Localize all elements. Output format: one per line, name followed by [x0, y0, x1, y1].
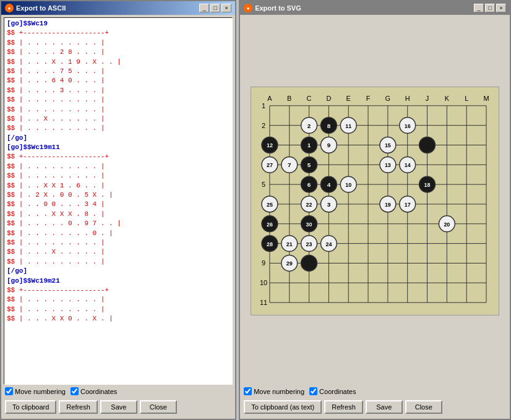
ascii-move-numbering-checkbox[interactable]: [5, 387, 13, 395]
svg-text:L: L: [465, 95, 468, 102]
ascii-window-title: Export to ASCII: [16, 4, 66, 12]
svg-close-button[interactable]: Close: [405, 400, 442, 414]
ascii-options-row: Move numbering Coordinates: [4, 385, 233, 398]
svg-text:25: 25: [267, 202, 273, 208]
go-board-container: ABCDEFGHJKLM1234567891011281116121915277…: [243, 17, 507, 385]
svg-text:E: E: [346, 95, 351, 102]
svg-text:1: 1: [307, 142, 311, 148]
ascii-close-button[interactable]: Close: [140, 400, 177, 414]
svg-move-numbering-checkbox[interactable]: [244, 387, 252, 395]
svg-refresh-button[interactable]: Refresh: [324, 400, 363, 414]
ascii-minimize-btn[interactable]: _: [199, 4, 209, 12]
ascii-title-bar: ● Export to ASCII _ □ ×: [1, 1, 235, 15]
svg-text:8: 8: [327, 122, 331, 129]
svg-text:C: C: [307, 95, 312, 102]
svg-minimize-btn[interactable]: _: [474, 4, 484, 12]
ascii-export-window: ● Export to ASCII _ □ × [go]$$Wc19$$ +--…: [0, 0, 236, 420]
svg-options-row: Move numbering Coordinates: [243, 385, 507, 398]
svg-text:17: 17: [405, 202, 411, 208]
svg-text:26: 26: [267, 221, 273, 228]
svg-text:16: 16: [405, 123, 411, 129]
svg-close-btn[interactable]: ×: [496, 4, 506, 12]
svg-text:4: 4: [327, 181, 331, 188]
ascii-coordinates-label[interactable]: Coordinates: [71, 387, 117, 395]
svg-text:J: J: [426, 95, 429, 102]
ascii-refresh-button[interactable]: Refresh: [59, 400, 98, 414]
svg-text:29: 29: [286, 260, 293, 267]
go-board-svg: ABCDEFGHJKLM1234567891011281116121915277…: [251, 87, 499, 315]
svg-content: ABCDEFGHJKLM1234567891011281116121915277…: [240, 15, 510, 419]
svg-text:13: 13: [385, 162, 391, 168]
svg-maximize-btn[interactable]: □: [485, 4, 495, 12]
svg-window-title: Export to SVG: [255, 4, 301, 12]
ascii-save-button[interactable]: Save: [100, 400, 137, 414]
svg-text:6: 6: [307, 181, 311, 188]
svg-text:12: 12: [267, 142, 273, 148]
svg-text:5: 5: [307, 161, 311, 168]
svg-point-63: [419, 137, 436, 153]
svg-export-window: ● Export to SVG _ □ × ABCDEFGHJKLM123456…: [239, 0, 511, 420]
svg-text:27: 27: [267, 162, 273, 168]
svg-text:30: 30: [306, 221, 312, 228]
svg-title-bar: ● Export to SVG _ □ ×: [240, 1, 510, 15]
svg-window-icon: ●: [244, 4, 252, 12]
svg-text:23: 23: [306, 241, 312, 247]
svg-text:H: H: [405, 95, 410, 102]
svg-rect-0: [251, 87, 499, 315]
svg-text:19: 19: [385, 202, 391, 208]
ascii-button-row: To clipboard Refresh Save Close: [4, 398, 233, 416]
svg-text:2: 2: [262, 122, 265, 129]
svg-text:10: 10: [345, 182, 351, 188]
svg-text:D: D: [327, 95, 332, 102]
ascii-maximize-btn[interactable]: □: [210, 4, 220, 12]
svg-button-row: To clipboard (as text) Refresh Save Clos…: [243, 398, 507, 416]
svg-text:22: 22: [306, 202, 312, 208]
ascii-text-area[interactable]: [go]$$Wc19$$ +--------------------+$$ | …: [4, 17, 233, 385]
svg-move-numbering-label[interactable]: Move numbering: [244, 387, 304, 395]
svg-coordinates-label[interactable]: Coordinates: [309, 387, 356, 395]
svg-text:18: 18: [424, 182, 431, 188]
svg-text:9: 9: [327, 142, 331, 148]
ascii-window-icon: ●: [5, 4, 14, 12]
ascii-clipboard-button[interactable]: To clipboard: [5, 400, 56, 414]
svg-text:11: 11: [260, 299, 267, 306]
svg-text:F: F: [366, 95, 371, 102]
svg-text:3: 3: [327, 201, 331, 208]
svg-clipboard-button[interactable]: To clipboard (as text): [244, 400, 322, 414]
ascii-move-numbering-label[interactable]: Move numbering: [5, 387, 66, 395]
svg-text:K: K: [445, 95, 450, 102]
svg-text:14: 14: [405, 162, 411, 168]
svg-text:9: 9: [262, 259, 265, 267]
svg-text:A: A: [267, 95, 272, 102]
svg-save-button[interactable]: Save: [366, 400, 403, 414]
ascii-coordinates-checkbox[interactable]: [71, 387, 79, 395]
svg-coordinates-checkbox[interactable]: [309, 387, 317, 395]
svg-text:5: 5: [262, 181, 265, 188]
svg-text:21: 21: [286, 241, 293, 247]
svg-text:B: B: [287, 95, 291, 102]
svg-text:24: 24: [326, 241, 332, 247]
svg-text:M: M: [484, 95, 489, 102]
svg-text:15: 15: [385, 142, 391, 148]
svg-text:2: 2: [307, 122, 311, 129]
svg-text:1: 1: [262, 102, 265, 109]
svg-point-108: [301, 255, 317, 272]
ascii-content: [go]$$Wc19$$ +--------------------+$$ | …: [1, 15, 235, 419]
svg-text:20: 20: [444, 221, 450, 228]
svg-text:7: 7: [288, 161, 291, 168]
svg-text:G: G: [385, 95, 391, 102]
ascii-close-btn[interactable]: ×: [221, 4, 231, 12]
svg-text:10: 10: [260, 279, 267, 286]
svg-text:11: 11: [345, 123, 351, 129]
svg-text:28: 28: [267, 241, 273, 247]
